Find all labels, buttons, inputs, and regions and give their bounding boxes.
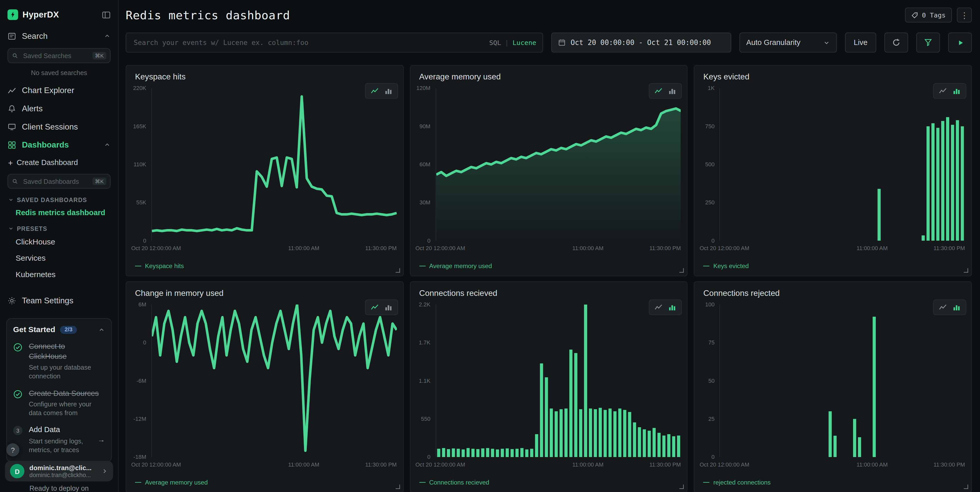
chevron-down-icon — [823, 39, 830, 46]
y-tick-label: 0 — [711, 454, 714, 460]
chart-panel: Keyspace hits 220K165K110K55K0 Oct 20 12… — [126, 65, 404, 276]
chart-legend-label: rejected connections — [713, 479, 771, 486]
bar-chart-icon[interactable] — [384, 303, 392, 312]
line-chart-icon[interactable] — [939, 87, 947, 95]
get-started-item-sources[interactable]: Create Data Sources Configure where your… — [13, 389, 105, 417]
x-tick-label: 11:00:00 AM — [288, 245, 320, 252]
chart-svg — [720, 88, 965, 241]
preset-services[interactable]: Services — [0, 250, 118, 266]
sidebar-item-team-settings[interactable]: Team Settings — [0, 291, 118, 309]
sidebar-collapse-icon[interactable] — [102, 10, 110, 19]
saved-searches-input[interactable] — [22, 51, 89, 60]
play-button[interactable] — [948, 32, 972, 53]
section-label-text: PRESETS — [17, 225, 47, 232]
hyperdx-logo[interactable]: HyperDX — [8, 9, 59, 20]
shortcut-badge: ⌘K — [92, 52, 107, 59]
get-started-item-add-data[interactable]: 3 Add Data Start sending logs, metrics, … — [13, 425, 105, 454]
sidebar-item-client-sessions[interactable]: Client Sessions — [0, 118, 118, 136]
get-started-header[interactable]: Get Started 2/3 — [13, 325, 105, 334]
bar-chart-icon[interactable] — [668, 303, 676, 312]
bar-chart-icon[interactable] — [953, 87, 961, 95]
sidebar-item-chart-explorer[interactable]: Chart Explorer — [0, 81, 118, 99]
saved-dashboards-input[interactable] — [22, 177, 89, 186]
line-chart-icon[interactable] — [939, 303, 947, 312]
x-tick-label: 11:00:00 AM — [572, 462, 603, 468]
check-circle-icon — [13, 389, 23, 417]
panel-resize-handle[interactable] — [964, 484, 968, 489]
chart-panel: Connections recieved 2.2K1.7K1.1K5500 Oc… — [410, 282, 688, 492]
saved-dashboards-search[interactable]: ⌘K — [8, 174, 110, 189]
get-started-item-desc: Configure where your data comes from — [29, 400, 105, 417]
lucene-mode-toggle[interactable]: Lucene — [512, 39, 536, 46]
line-chart-icon[interactable] — [371, 303, 379, 312]
hyperdx-logo-icon — [8, 9, 18, 20]
filter-button[interactable] — [916, 32, 940, 53]
y-tick-label: 50 — [708, 377, 714, 384]
saved-dashboards-section[interactable]: SAVED DASHBOARDS — [0, 191, 118, 205]
get-started-card: Get Started 2/3 Connect to ClickHouse Se… — [6, 318, 112, 462]
page-title: Redis metrics dashboard — [126, 8, 290, 22]
date-range-picker[interactable]: Oct 20 00:00:00 - Oct 21 00:00:00 — [551, 32, 731, 53]
panel-resize-handle[interactable] — [395, 484, 400, 489]
presets-section[interactable]: PRESETS — [0, 220, 118, 234]
sidebar-item-redis-dashboard[interactable]: Redis metrics dashboard — [0, 205, 118, 220]
line-chart-icon[interactable] — [371, 87, 379, 95]
chart-panel: Connections rejected 1007550250 Oct 20 1… — [694, 282, 972, 492]
arrow-right-icon: → — [97, 435, 105, 444]
chart-legend-label: Keys evicted — [713, 263, 749, 270]
panel-resize-handle[interactable] — [964, 268, 968, 272]
get-started-item-title: Create Data Sources — [29, 389, 105, 398]
y-tick-label: 55K — [136, 199, 146, 205]
chevron-right-icon — [101, 468, 108, 474]
kebab-menu-button[interactable]: ⋮ — [957, 8, 972, 22]
y-tick-label: 0 — [711, 237, 714, 244]
user-menu[interactable]: D dominic.tran@clic... dominic.tran@clic… — [5, 461, 113, 481]
panel-resize-handle[interactable] — [679, 484, 684, 489]
legend-marker — [703, 266, 710, 266]
create-dashboard-button[interactable]: + Create Dashboard — [0, 154, 118, 171]
granularity-select[interactable]: Auto Granularity — [740, 32, 837, 53]
nav-label: Dashboards — [22, 140, 69, 149]
preset-clickhouse[interactable]: ClickHouse — [0, 234, 118, 250]
bar-chart-icon[interactable] — [384, 87, 392, 95]
chart-type-toolbar — [649, 83, 682, 99]
panel-resize-handle[interactable] — [679, 268, 684, 272]
event-search[interactable]: SQL | Lucene — [126, 32, 543, 53]
x-tick-label: Oct 20 12:00:00 AM — [131, 462, 181, 468]
line-chart-icon[interactable] — [655, 87, 663, 95]
clickhouse-cloud-promo[interactable]: Ready to deploy on ClickHouse Cloud? — [0, 484, 118, 492]
chart-legend: Average memory used — [419, 263, 492, 270]
sql-mode-toggle[interactable]: SQL — [489, 39, 501, 46]
sidebar-item-alerts[interactable]: Alerts — [0, 99, 118, 118]
tags-button[interactable]: 0 Tags — [905, 8, 952, 22]
sidebar-item-search[interactable]: Search — [0, 27, 118, 45]
legend-marker — [419, 482, 425, 482]
chart-title: Connections recieved — [419, 288, 497, 298]
y-axis-labels: 2.2K1.7K1.1K5500 — [413, 305, 433, 457]
get-started-item-connect[interactable]: Connect to ClickHouse Set up your databa… — [13, 342, 105, 381]
chart-plot — [436, 305, 681, 457]
get-started-title: Get Started — [13, 325, 55, 334]
legend-marker — [135, 482, 141, 482]
chart-legend-label: Average memory used — [429, 263, 492, 270]
x-axis-labels: Oct 20 12:00:00 AM11:00:00 AM11:30:00 PM — [700, 462, 965, 469]
panel-resize-handle[interactable] — [395, 268, 400, 272]
y-tick-label: 110K — [134, 161, 146, 167]
bar-chart-icon[interactable] — [668, 87, 676, 95]
sidebar-item-dashboards[interactable]: Dashboards — [0, 136, 118, 154]
chart-plot — [719, 305, 965, 457]
create-dashboard-label: Create Dashboard — [17, 158, 78, 167]
y-tick-label: 220K — [133, 85, 146, 91]
no-saved-searches-text: No saved searches — [0, 65, 118, 81]
event-search-input[interactable] — [133, 38, 484, 47]
preset-kubernetes[interactable]: Kubernetes — [0, 266, 118, 282]
chart-title: Change in memory used — [135, 288, 224, 298]
help-button[interactable]: ? — [6, 443, 19, 457]
chart-svg — [152, 305, 397, 457]
saved-searches-search[interactable]: ⌘K — [8, 48, 110, 63]
line-chart-icon[interactable] — [655, 303, 663, 312]
refresh-button[interactable] — [885, 32, 908, 53]
bar-chart-icon[interactable] — [953, 303, 961, 312]
live-button[interactable]: Live — [845, 32, 877, 53]
x-tick-label: 11:00:00 AM — [856, 245, 888, 252]
